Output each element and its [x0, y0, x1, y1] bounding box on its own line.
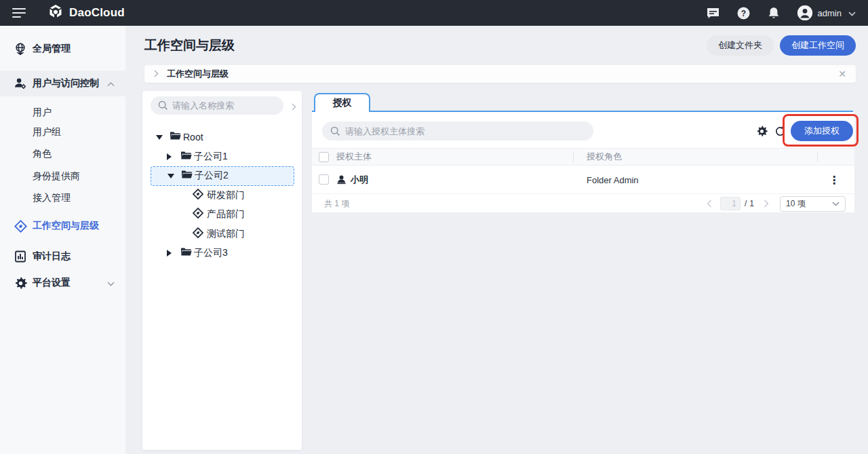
tree-node-label: 测试部门	[207, 228, 245, 240]
user-menu-chevron-icon[interactable]	[848, 7, 856, 19]
cell-subject: 小明	[351, 174, 368, 186]
chevron-down-icon	[107, 277, 115, 289]
column-header-subject: 授权主体	[336, 151, 372, 163]
username: admin	[818, 8, 842, 18]
add-authorization-button[interactable]: 添加授权	[791, 121, 853, 141]
sidebar-item-label: 角色	[33, 148, 52, 160]
workspace-diamond-icon	[193, 227, 203, 241]
chevron-down-icon	[832, 202, 840, 206]
page-title: 工作空间与层级	[144, 37, 235, 54]
hierarchy-tree-panel: Root 子公司1 子公司2	[142, 91, 302, 450]
sidebar-item-global-management[interactable]: 全局管理	[0, 37, 125, 61]
panel-collapse-chevron-icon[interactable]	[292, 101, 296, 113]
sidebar-item-audit-logs[interactable]: 审计日志	[0, 246, 125, 267]
help-icon[interactable]: ?	[737, 7, 750, 20]
sidebar-item-access-management[interactable]: 接入管理	[0, 187, 125, 209]
messages-icon[interactable]	[707, 7, 719, 19]
sidebar-item-user-groups[interactable]: 用户组	[0, 121, 125, 143]
authorization-panel: 添加授权 授权主体 授权角色 小明 Folder Admin ⋮ 共 1 项	[312, 112, 854, 212]
total-pages: 1	[749, 199, 754, 208]
tree-node-label: 研发部门	[207, 189, 245, 202]
workspace-diamond-icon	[193, 208, 203, 221]
table-row[interactable]: 小明 Folder Admin ⋮	[312, 166, 854, 194]
user-icon	[336, 174, 347, 187]
main-content: 工作空间与层级 创建文件夹 创建工作空间 工作空间与层级 ✕	[125, 26, 868, 454]
tree-node-subcompany3[interactable]: 子公司3	[142, 244, 302, 263]
current-page-input[interactable]: 1	[720, 197, 741, 210]
folder-icon	[170, 131, 181, 143]
folder-icon	[181, 170, 193, 182]
sidebar-item-label: 用户	[33, 107, 52, 119]
tree-node-product-department[interactable]: 产品部门	[142, 205, 302, 225]
select-all-checkbox[interactable]	[319, 152, 329, 162]
tree-node-label: 子公司1	[194, 151, 228, 163]
tree-node-subcompany1[interactable]: 子公司1	[142, 147, 302, 167]
sidebar-item-roles[interactable]: 角色	[0, 143, 125, 165]
caret-down-icon[interactable]	[156, 135, 163, 140]
sidebar-item-users[interactable]: 用户	[0, 102, 125, 124]
tree-node-test-department[interactable]: 测试部门	[142, 225, 302, 244]
create-workspace-button[interactable]: 创建工作空间	[780, 35, 856, 56]
authorization-search-input[interactable]	[322, 121, 593, 140]
tab-authorization[interactable]: 授权	[314, 93, 370, 112]
sidebar-item-label: 全局管理	[33, 43, 71, 55]
tree-node-subcompany2-selected[interactable]: 子公司2	[151, 166, 294, 186]
total-count: 共 1 项	[324, 198, 349, 210]
user-avatar[interactable]	[797, 5, 812, 20]
sidebar-group-label: 用户与访问控制	[33, 77, 99, 90]
row-checkbox[interactable]	[319, 174, 329, 185]
menu-toggle-icon[interactable]	[12, 8, 27, 18]
hierarchy-tree: Root 子公司1 子公司2	[142, 128, 302, 263]
next-page-icon[interactable]	[764, 200, 769, 208]
gear-icon	[14, 277, 27, 290]
column-settings-gear-icon[interactable]	[756, 126, 768, 140]
search-icon	[158, 100, 168, 113]
page-size-select[interactable]: 10 项	[780, 196, 846, 212]
caret-right-icon[interactable]	[167, 153, 172, 160]
sidebar-item-label: 用户组	[33, 126, 61, 138]
sidebar-item-identity-providers[interactable]: 身份提供商	[0, 166, 125, 187]
brand[interactable]: DaoCloud	[47, 3, 125, 22]
user-gear-icon	[14, 77, 27, 90]
tree-node-label: 子公司3	[194, 247, 228, 259]
audit-log-icon	[14, 250, 27, 263]
table-header: 授权主体 授权角色	[312, 148, 854, 166]
tree-node-dev-department[interactable]: 研发部门	[142, 186, 302, 206]
table-footer: 共 1 项 1 / 1 10 项	[312, 195, 854, 212]
sidebar-item-label: 接入管理	[33, 192, 71, 204]
breadcrumb-item[interactable]: 工作空间与层级	[167, 68, 229, 80]
refresh-icon[interactable]	[774, 126, 786, 140]
page-size-value: 10 项	[786, 198, 806, 210]
tab-underline	[312, 111, 853, 112]
create-folder-button[interactable]: 创建文件夹	[707, 35, 774, 56]
row-actions-kebab-icon[interactable]: ⋮	[825, 172, 844, 187]
pagination: 1 / 1 10 项	[707, 196, 846, 212]
folder-icon	[180, 151, 192, 163]
sidebar-item-workspace-hierarchy[interactable]: 工作空间与层级	[0, 215, 125, 237]
tree-search-input[interactable]	[151, 96, 283, 115]
header-actions: 创建文件夹 创建工作空间	[707, 35, 856, 56]
globe-icon	[14, 42, 27, 56]
close-icon[interactable]: ✕	[838, 69, 846, 79]
folder-icon	[180, 247, 192, 259]
breadcrumb: 工作空间与层级 ✕	[144, 65, 856, 83]
tree-node-label: 子公司2	[195, 170, 229, 182]
breadcrumb-chevron-icon	[154, 68, 159, 80]
caret-down-icon[interactable]	[167, 174, 174, 178]
caret-right-icon[interactable]	[167, 250, 172, 257]
svg-text:?: ?	[741, 8, 745, 18]
tab-label: 授权	[333, 97, 352, 109]
sidebar-group-users-access-control[interactable]: 用户与访问控制	[0, 71, 125, 96]
sidebar-item-label: 工作空间与层级	[33, 220, 99, 232]
workspace-diamond-icon	[14, 220, 27, 233]
chevron-up-icon	[107, 77, 115, 90]
sidebar-group-platform-settings[interactable]: 平台设置	[0, 272, 125, 294]
tree-node-label: 产品部门	[207, 208, 245, 221]
sidebar-group-label: 平台设置	[33, 277, 71, 289]
daocloud-logo-icon	[47, 3, 64, 22]
tree-node-root[interactable]: Root	[142, 128, 302, 147]
prev-page-icon[interactable]	[707, 200, 712, 208]
workspace-diamond-icon	[193, 189, 203, 202]
notifications-bell-icon[interactable]	[768, 7, 780, 20]
cell-role: Folder Admin	[587, 174, 639, 185]
